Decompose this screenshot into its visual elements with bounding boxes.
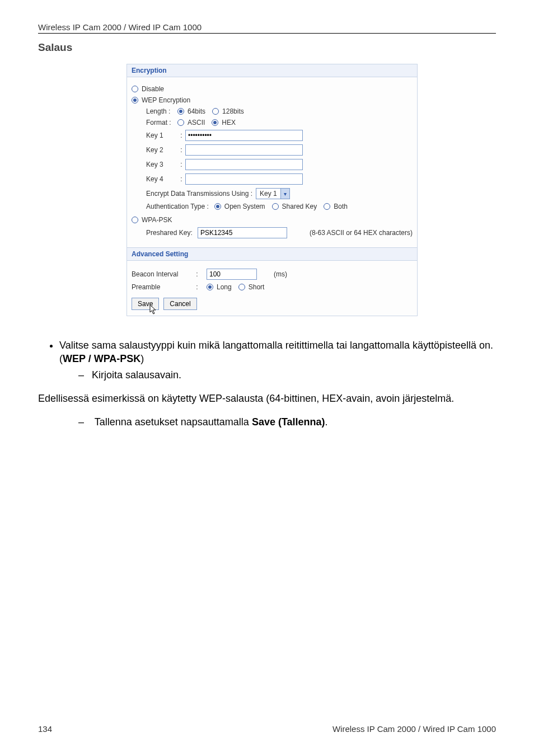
auth-both-label: Both (334, 203, 348, 210)
cancel-button[interactable]: Cancel (163, 298, 196, 310)
auth-type-label: Authentication Type : (146, 203, 209, 210)
fmt-hex-label: HEX (222, 119, 236, 126)
wpa-label: WPA-PSK (142, 216, 172, 224)
key2-input[interactable] (185, 144, 303, 156)
key3-input[interactable] (185, 159, 303, 170)
colon: : (177, 132, 185, 139)
len-64-label: 64bits (188, 107, 205, 115)
page-number: 134 (38, 724, 52, 734)
beacon-input[interactable] (207, 269, 257, 280)
key4-label: Key 4 (146, 175, 177, 183)
encrypt-using-select[interactable]: Key 1 ▾ (256, 188, 290, 199)
paragraph: Edellisessä esimerkissä on käytetty WEP-… (38, 392, 496, 405)
preamble-long-option[interactable]: Long (207, 283, 232, 291)
preamble-long-label: Long (217, 283, 232, 291)
sub2-b: . (325, 416, 328, 428)
bullet1-b: ) (140, 353, 144, 364)
radio-wep[interactable] (132, 97, 138, 104)
encryption-wpa-row[interactable]: WPA-PSK (132, 216, 413, 224)
encryption-wep-row[interactable]: WEP Encryption (132, 96, 413, 104)
page-footer: 134 Wireless IP Cam 2000 / Wired IP Cam … (38, 724, 496, 734)
auth-open-label: Open System (224, 203, 265, 210)
beacon-unit: (ms) (274, 270, 287, 278)
sub2-bold: Save (Tallenna) (252, 416, 325, 428)
sub-bullet-1: Kirjoita salausavain. (78, 368, 496, 382)
fmt-ascii-label: ASCII (188, 119, 205, 126)
format-ascii-option[interactable]: ASCII (177, 119, 205, 126)
len-128-label: 128bits (222, 107, 244, 115)
radio-long[interactable] (207, 284, 213, 290)
format-label: Format : (146, 119, 177, 126)
key1-label: Key 1 (146, 132, 177, 139)
encryption-header: Encryption (127, 64, 417, 77)
auth-both-option[interactable]: Both (324, 203, 348, 210)
chevron-down-icon: ▾ (280, 189, 289, 199)
encryption-disable-row[interactable]: Disable (132, 85, 413, 93)
header-rule (38, 33, 496, 34)
advanced-header: Advanced Setting (127, 247, 417, 261)
length-64-option[interactable]: 64bits (177, 107, 205, 115)
auth-shared-option[interactable]: Shared Key (272, 203, 317, 210)
radio-short[interactable] (238, 284, 245, 290)
disable-label: Disable (142, 85, 164, 93)
footer-right: Wireless IP Cam 2000 / Wired IP Cam 1000 (332, 724, 496, 734)
bullet-1: Valitse sama salaustyyppi kuin mikä lang… (59, 339, 496, 382)
wep-label: WEP Encryption (142, 96, 190, 104)
key4-input[interactable] (185, 173, 303, 185)
auth-open-option[interactable]: Open System (214, 203, 265, 210)
beacon-label: Beacon Interval (132, 270, 193, 278)
header-text: Wireless IP Cam 2000 / Wired IP Cam 1000 (38, 22, 496, 32)
psk-label: Preshared Key: (146, 229, 198, 237)
instructions-block: Valitse sama salaustyyppi kuin mikä lang… (38, 339, 496, 429)
psk-input[interactable] (198, 227, 287, 238)
colon: : (177, 161, 185, 168)
encrypt-using-label: Encrypt Data Transmissions Using : (146, 190, 252, 198)
key2-label: Key 2 (146, 146, 177, 154)
radio-128bits[interactable] (212, 108, 219, 115)
preamble-short-option[interactable]: Short (238, 283, 265, 291)
bullet1-bold: WEP / WPA-PSK (63, 353, 140, 364)
sub2-a: Tallenna asetukset napsauttamalla (95, 416, 252, 428)
cursor-icon (149, 304, 158, 316)
key3-label: Key 3 (146, 161, 177, 168)
psk-hint: (8-63 ASCII or 64 HEX characters) (310, 229, 413, 237)
colon: : (193, 270, 201, 278)
radio-both[interactable] (324, 203, 330, 210)
colon: : (177, 175, 185, 183)
length-128-option[interactable]: 128bits (212, 107, 244, 115)
radio-disable[interactable] (132, 86, 138, 92)
encrypt-using-value: Key 1 (260, 190, 277, 198)
format-hex-option[interactable]: HEX (212, 119, 236, 126)
radio-shared-key[interactable] (272, 203, 279, 210)
encryption-panel: Encryption Disable WEP Encryption Length… (127, 64, 418, 316)
radio-64bits[interactable] (177, 108, 184, 115)
preamble-short-label: Short (249, 283, 265, 291)
sub-bullet-2: Tallenna asetukset napsauttamalla Save (… (78, 415, 496, 429)
radio-wpa-psk[interactable] (132, 217, 138, 223)
radio-ascii[interactable] (177, 119, 184, 126)
colon: : (193, 283, 201, 291)
section-title: Salaus (38, 41, 496, 54)
preamble-label: Preamble (132, 283, 193, 291)
length-label: Length : (146, 107, 177, 115)
key1-input[interactable] (185, 130, 303, 141)
colon: : (177, 146, 185, 154)
radio-open-system[interactable] (214, 203, 221, 210)
auth-shared-label: Shared Key (282, 203, 317, 210)
radio-hex[interactable] (212, 119, 218, 126)
